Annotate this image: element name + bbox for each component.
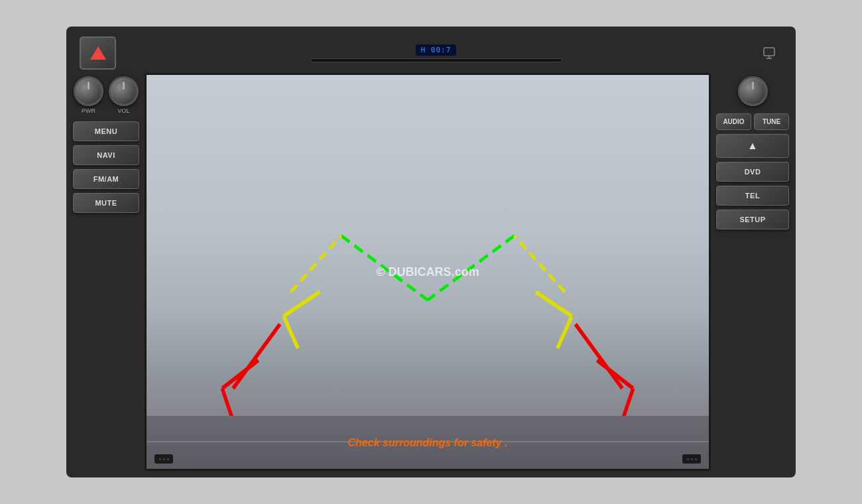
camera-screen: © DUBICARS.com Check surroundings for sa…	[145, 73, 711, 471]
speaker-grille-right	[682, 454, 701, 464]
vol-label: VOL	[117, 107, 129, 114]
vol-knob[interactable]	[109, 76, 139, 106]
hazard-button[interactable]	[80, 36, 116, 70]
svg-line-10	[558, 316, 572, 348]
setup-button[interactable]: SETUP	[716, 210, 789, 229]
right-knob-row	[716, 76, 789, 106]
svg-line-13	[222, 360, 258, 388]
right-knob-group	[738, 76, 768, 106]
tel-button[interactable]: TEL	[716, 186, 789, 206]
cd-slot-area: H 00:7	[116, 44, 756, 62]
dvd-button[interactable]: DVD	[716, 162, 789, 182]
speaker-grille-left	[154, 454, 173, 464]
hazard-icon	[90, 46, 106, 60]
pwr-knob[interactable]	[74, 76, 103, 106]
svg-line-6	[514, 235, 564, 292]
pwr-label: PWR	[82, 107, 95, 114]
svg-line-7	[284, 292, 320, 316]
tune-button[interactable]: TUNE	[754, 113, 789, 130]
svg-line-9	[536, 292, 572, 316]
pwr-knob-group: PWR	[74, 76, 103, 114]
navi-button[interactable]: NAVI	[73, 145, 139, 165]
top-right-icon	[756, 40, 782, 66]
svg-line-5	[290, 235, 341, 292]
svg-line-12	[576, 324, 623, 389]
right-knob[interactable]	[738, 76, 768, 106]
svg-line-15	[597, 360, 633, 388]
svg-line-11	[233, 324, 280, 389]
right-controls: AUDIO TUNE ▲ DVD TEL SETUP	[716, 73, 789, 471]
left-controls: PWR VOL MENU NAVI FM/AM MUTE	[73, 73, 139, 471]
fmam-button[interactable]: FM/AM	[73, 169, 139, 189]
watermark: © DUBICARS.com	[376, 265, 479, 279]
svg-line-8	[284, 316, 298, 348]
svg-rect-0	[764, 48, 774, 56]
mute-button[interactable]: MUTE	[73, 193, 139, 213]
audio-button[interactable]: AUDIO	[716, 113, 751, 130]
eject-button[interactable]: ▲	[716, 134, 789, 158]
top-bar: H 00:7	[73, 33, 789, 73]
knob-row: PWR VOL	[73, 76, 139, 114]
menu-button[interactable]: MENU	[73, 121, 139, 141]
cd-slot[interactable]	[310, 58, 562, 62]
display-strip: H 00:7	[416, 44, 457, 56]
audio-tune-row: AUDIO TUNE	[716, 113, 789, 130]
head-unit: H 00:7 PWR VOL M	[66, 27, 796, 477]
safety-message: Check surroundings for safety .	[348, 437, 508, 449]
vol-knob-group: VOL	[109, 76, 139, 114]
camera-background: © DUBICARS.com Check surroundings for sa…	[147, 75, 709, 469]
main-section: PWR VOL MENU NAVI FM/AM MUTE	[73, 73, 789, 471]
